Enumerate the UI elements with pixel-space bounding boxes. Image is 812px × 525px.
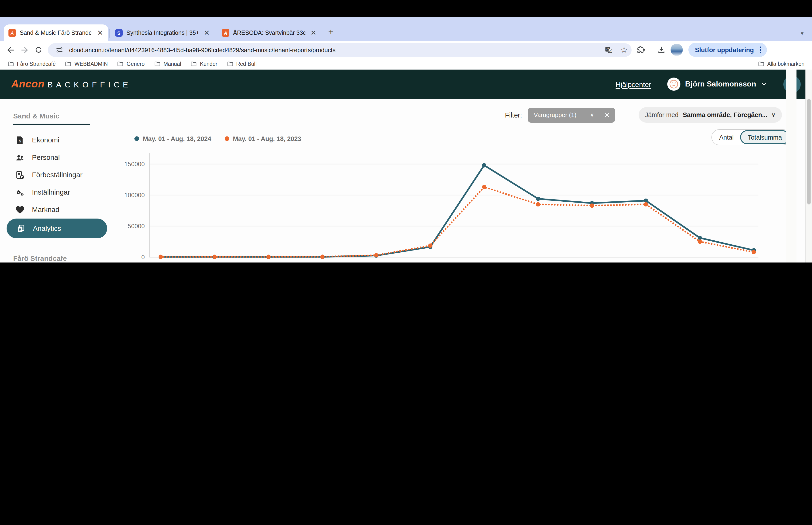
browser-tab-strip: ASand & Music Fårö Strandcafe✕SSynthesia… xyxy=(0,17,812,41)
filter-divider xyxy=(599,107,599,122)
svg-text:50000: 50000 xyxy=(128,223,145,229)
svg-text:0: 0 xyxy=(141,254,145,260)
bookmark-item-3[interactable]: Genero xyxy=(117,61,145,67)
sidebar-item-f-rbest-llningar[interactable]: Förbeställningar xyxy=(12,166,102,184)
user-menu[interactable]: Björn Salomonsson xyxy=(667,77,767,91)
sidebar-item-marknad[interactable]: Marknad xyxy=(12,201,102,219)
sidebar-item-ekonomi[interactable]: $Ekonomi xyxy=(12,132,102,149)
ancon-backoffice-logo[interactable]: Ancon BACKOFFICE xyxy=(11,78,131,90)
forward-icon[interactable] xyxy=(18,43,31,56)
browser-profile-avatar[interactable] xyxy=(671,44,683,56)
sidebar-item-label: Personal xyxy=(32,153,60,162)
back-icon[interactable] xyxy=(4,43,17,56)
line-chart-svg: 05000010000015000002:0004:0006:0008:0010… xyxy=(122,144,784,262)
tab-close-icon[interactable]: ✕ xyxy=(309,29,318,37)
legend-item-2: May. 01 - Aug. 18, 2023 xyxy=(224,135,301,142)
bookmark-item-1[interactable]: Fårö Strandcafé xyxy=(7,61,56,67)
toolbar-separator xyxy=(651,46,651,54)
compare-with-value: Samma område, Föregåen... xyxy=(683,111,767,118)
bookmark-star-icon[interactable]: ☆ xyxy=(618,44,630,56)
chevron-down-icon: ∨ xyxy=(771,112,775,118)
all-bookmarks-button[interactable]: Alla bokmärken xyxy=(758,61,805,67)
document-dollar-icon: $ xyxy=(15,135,25,145)
bookmark-label: Fårö Strandcafé xyxy=(17,61,56,67)
bookmark-label: Red Bull xyxy=(236,61,257,67)
bookmark-label: WEBBADMIN xyxy=(75,61,108,67)
tab-title: Sand & Music Fårö Strandcafe xyxy=(20,30,92,36)
extensions-icon[interactable] xyxy=(634,43,647,56)
svg-text:100000: 100000 xyxy=(124,192,145,198)
chart-mode-toggle: Antal Totalsumma xyxy=(712,129,791,145)
folder-icon xyxy=(65,61,72,67)
browser-tab-1[interactable]: ASand & Music Fårö Strandcafe✕ xyxy=(4,25,108,41)
sidebar-item-personal[interactable]: Personal xyxy=(12,149,102,166)
clear-filter-icon[interactable]: ✕ xyxy=(599,111,615,119)
scrollbar-thumb[interactable] xyxy=(807,99,811,205)
svg-text:150000: 150000 xyxy=(124,161,145,168)
sidebar-item-label: Ekonomi xyxy=(32,136,59,145)
sidebar-item-inst-llningar[interactable]: Inställningar xyxy=(12,184,102,201)
sidebar-item-label: Inställningar xyxy=(32,188,70,197)
ancon-favicon: A xyxy=(9,29,16,37)
folder-icon xyxy=(117,61,124,67)
preorder-clock-icon xyxy=(15,170,25,180)
site-settings-icon[interactable] xyxy=(53,44,65,56)
svg-text:A: A xyxy=(609,49,611,52)
sidebar-item-analytics[interactable]: Analytics xyxy=(6,219,107,238)
tab-separator xyxy=(216,29,216,38)
translate-icon[interactable]: GA xyxy=(603,44,614,56)
scrollbar-track[interactable] xyxy=(806,70,812,262)
bookmark-item-2[interactable]: WEBBADMIN xyxy=(65,61,108,67)
people-icon xyxy=(15,153,25,163)
sidebar-item-label: Marknad xyxy=(32,205,59,214)
folder-icon xyxy=(7,61,14,67)
browser-tab-2[interactable]: SSynthesia Integrations | 35+ I✕ xyxy=(110,25,215,41)
sidebar-section-rule xyxy=(13,124,90,125)
legend-dot-icon xyxy=(134,136,139,141)
browser-toolbar: cloud.ancon.io/tenant/d4423916-4883-4f5d… xyxy=(0,41,812,58)
help-center-link[interactable]: Hjälpcenter xyxy=(616,80,651,88)
browser-menu-icon[interactable] xyxy=(757,46,764,53)
tab-close-icon[interactable]: ✕ xyxy=(96,29,104,37)
ancon-favicon: A xyxy=(222,29,229,37)
bookmark-item-5[interactable]: Kunder xyxy=(190,61,217,67)
filter-label: Filter: xyxy=(505,111,522,119)
bookmarks-separator xyxy=(753,60,753,68)
sales-line-chart: 05000010000015000002:0004:0006:0008:0010… xyxy=(122,144,797,262)
toggle-antal[interactable]: Antal xyxy=(713,130,740,144)
heart-icon xyxy=(15,205,25,215)
synthesia-favicon: S xyxy=(115,29,123,37)
backoffice-logo-text: BACKOFFICE xyxy=(47,80,131,90)
folder-icon xyxy=(190,61,197,67)
update-chrome-label: Slutför uppdatering xyxy=(695,46,754,53)
window-top-bar xyxy=(0,0,812,17)
bookmark-item-6[interactable]: Red Bull xyxy=(227,61,257,67)
bookmark-item-4[interactable]: Manual xyxy=(154,61,181,67)
update-chrome-button[interactable]: Slutför uppdatering xyxy=(688,43,767,57)
tab-close-icon[interactable]: ✕ xyxy=(202,29,211,37)
chevron-down-icon xyxy=(761,81,767,87)
reload-icon[interactable] xyxy=(32,43,45,56)
sidebar-section-gap xyxy=(12,238,116,251)
main-content: Filter: Varugrupper (1) ∨ ✕ Jämför med S… xyxy=(116,99,797,262)
compare-with-select[interactable]: Jämför med Samma område, Föregåen... ∨ xyxy=(638,107,782,123)
user-name: Björn Salomonsson xyxy=(685,80,756,88)
bookmark-label: Kunder xyxy=(200,61,217,67)
chevron-down-icon: ∨ xyxy=(590,112,599,118)
downloads-icon[interactable] xyxy=(655,43,668,56)
content-right-gutter xyxy=(786,70,796,262)
sidebar-section-title: Sand & Music xyxy=(13,112,116,120)
toggle-totalsumma[interactable]: Totalsumma xyxy=(740,130,790,144)
gears-icon xyxy=(15,188,25,197)
svg-text:$: $ xyxy=(19,139,21,144)
tab-title: Synthesia Integrations | 35+ I xyxy=(126,30,199,36)
sidebar-item-label: Analytics xyxy=(33,224,61,233)
bookmark-label: Genero xyxy=(127,61,145,67)
product-group-filter-select[interactable]: Varugrupper (1) ∨ ✕ xyxy=(528,107,615,122)
new-tab-button[interactable]: + xyxy=(324,25,337,39)
browser-window: ASand & Music Fårö Strandcafe✕SSynthesia… xyxy=(0,0,812,262)
browser-tab-3[interactable]: AÅRESODA: Svartvinbär 33cl✕ xyxy=(217,25,321,41)
url-text[interactable]: cloud.ancon.io/tenant/d4423916-4883-4f5d… xyxy=(69,46,599,53)
tab-search-chevron-icon[interactable]: ▾ xyxy=(801,30,808,37)
address-bar[interactable]: cloud.ancon.io/tenant/d4423916-4883-4f5d… xyxy=(48,43,631,57)
